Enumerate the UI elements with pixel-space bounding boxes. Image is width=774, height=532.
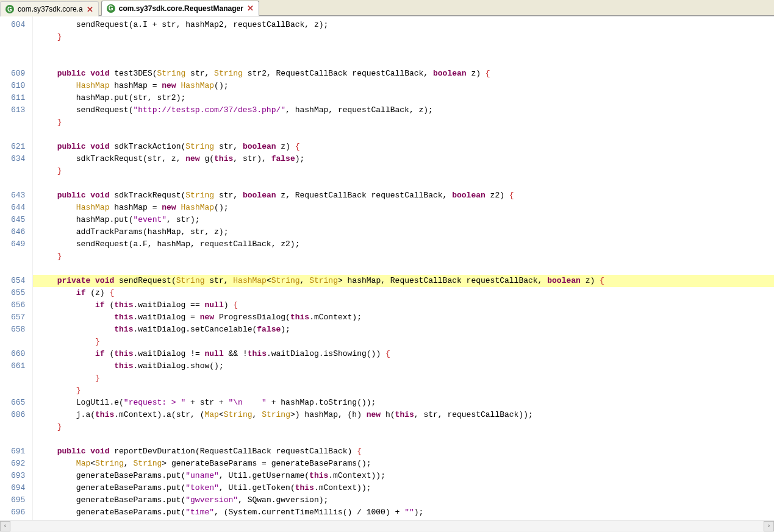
line-number [11, 31, 25, 43]
line-number: 660 [11, 348, 25, 360]
line-number [11, 43, 25, 55]
line-number: 695 [11, 494, 25, 506]
line-number: 613 [11, 104, 25, 116]
code-line[interactable]: hashMap.put(str, str2); [38, 92, 774, 104]
line-number: 656 [11, 299, 25, 311]
close-icon[interactable]: ✕ [87, 5, 93, 14]
code-line[interactable]: generateBaseParams.put("gwversion", SQwa… [38, 494, 774, 506]
code-line[interactable]: public void test3DES(String str, String … [38, 68, 774, 80]
code-line[interactable]: } [38, 372, 774, 385]
code-line[interactable]: public void reportDevDuration(RequestCal… [38, 445, 774, 458]
line-number: 649 [11, 238, 25, 250]
code-line[interactable]: public void sdkTrackRequst(String str, b… [38, 190, 774, 202]
editor-tab-1[interactable]: G com.sy37sdk.core.a ✕ [0, 1, 99, 16]
tab-label: com.sy37sdk.core.a [18, 5, 83, 13]
code-line[interactable]: if (this.waitDialog != null && !this.wai… [38, 348, 774, 360]
code-line[interactable] [38, 43, 774, 55]
code-line[interactable]: private void sendRequest(String str, Has… [33, 275, 774, 287]
code-line[interactable]: sdkTrackRequst(str, z, new g(this, str),… [38, 153, 774, 165]
code-line[interactable] [38, 129, 774, 141]
code-line[interactable]: generateBaseParams.put("token", Util.get… [38, 482, 774, 494]
code-line[interactable]: this.waitDialog.show(); [38, 360, 774, 372]
line-number: 604 [11, 19, 25, 31]
java-file-icon: G [5, 5, 14, 13]
line-number: 661 [11, 360, 25, 372]
line-number: 610 [11, 80, 25, 92]
code-line[interactable]: } [38, 165, 774, 177]
line-number: 692 [11, 458, 25, 470]
line-number: 609 [11, 68, 25, 80]
code-line[interactable]: sendRequest(a.F, hashMap, requestCallBac… [38, 238, 774, 250]
code-line[interactable]: Map<String, String> generateBaseParams =… [38, 458, 774, 470]
line-number: 697 [11, 519, 25, 520]
code-line[interactable] [38, 263, 774, 275]
code-line[interactable]: sendRequest(a.I + str, hashMap2, request… [38, 19, 774, 31]
line-number: 645 [11, 214, 25, 226]
code-line[interactable]: } [38, 116, 774, 129]
editor-tab-bar: G com.sy37sdk.core.a ✕ G com.sy37sdk.cor… [0, 0, 774, 16]
code-line[interactable]: } [38, 250, 774, 263]
code-line[interactable]: this.waitDialog = new ProgressDialog(thi… [38, 311, 774, 324]
scroll-track[interactable] [10, 521, 764, 531]
editor-tab-2[interactable]: G com.sy37sdk.core.RequestManager ✕ [101, 1, 259, 16]
code-line[interactable]: } [38, 31, 774, 43]
line-number [11, 250, 25, 263]
line-number: 621 [11, 141, 25, 153]
code-line[interactable]: LogUtil.e("request: > " + str + "\n " + … [38, 397, 774, 409]
code-line[interactable]: } [38, 385, 774, 397]
code-editor[interactable]: 6046096106116136216346436446456466496546… [0, 16, 774, 520]
code-area[interactable]: sendRequest(a.I + str, hashMap2, request… [33, 16, 774, 520]
line-number: 691 [11, 445, 25, 458]
code-line[interactable]: addTrackParams(hashMap, str, z); [38, 226, 774, 238]
line-number [11, 433, 25, 445]
line-number [11, 55, 25, 68]
line-number: 694 [11, 482, 25, 494]
scroll-right-arrow[interactable]: › [764, 521, 774, 531]
line-number: 654 [11, 275, 25, 287]
line-number-gutter: 6046096106116136216346436446456466496546… [0, 16, 33, 520]
line-number [11, 336, 25, 348]
code-line[interactable]: } [38, 421, 774, 433]
code-line[interactable]: public void sdkTrackAction(String str, b… [38, 141, 774, 153]
line-number [11, 385, 25, 397]
code-line[interactable]: } [38, 336, 774, 348]
code-line[interactable]: hashMap.put("event", str); [38, 214, 774, 226]
code-line[interactable]: this.waitDialog.setCancelable(false); [38, 324, 774, 336]
close-icon[interactable]: ✕ [247, 4, 254, 13]
code-line[interactable]: if (this.waitDialog == null) { [38, 299, 774, 311]
line-number: 611 [11, 92, 25, 104]
line-number: 643 [11, 190, 25, 202]
line-number [11, 421, 25, 433]
tab-label: com.sy37sdk.core.RequestManager [119, 4, 243, 13]
line-number [11, 165, 25, 177]
line-number: 696 [11, 506, 25, 519]
code-line[interactable] [38, 177, 774, 190]
horizontal-scrollbar[interactable]: ‹ › [0, 520, 774, 532]
code-line[interactable]: sendRequest("http://testsp.com/37/des3.p… [38, 104, 774, 116]
line-number: 657 [11, 311, 25, 324]
scroll-left-arrow[interactable]: ‹ [0, 521, 10, 531]
line-number: 644 [11, 202, 25, 214]
code-line[interactable]: generateBaseParams.put("scut", Util.getC… [38, 519, 774, 520]
java-file-icon: G [107, 4, 115, 13]
code-line[interactable]: HashMap hashMap = new HashMap(); [38, 80, 774, 92]
code-line[interactable]: if (z) { [38, 287, 774, 299]
line-number [11, 263, 25, 275]
line-number: 646 [11, 226, 25, 238]
code-line[interactable]: generateBaseParams.put("time", (System.c… [38, 506, 774, 519]
line-number: 655 [11, 287, 25, 299]
line-number [11, 116, 25, 129]
line-number: 693 [11, 470, 25, 482]
line-number: 686 [11, 409, 25, 421]
line-number [11, 372, 25, 385]
line-number: 658 [11, 324, 25, 336]
line-number: 634 [11, 153, 25, 165]
line-number [11, 129, 25, 141]
code-line[interactable] [38, 55, 774, 68]
code-line[interactable]: HashMap hashMap = new HashMap(); [38, 202, 774, 214]
code-line[interactable] [38, 433, 774, 445]
code-line[interactable]: j.a(this.mContext).a(str, (Map<String, S… [38, 409, 774, 421]
line-number [11, 177, 25, 190]
line-number: 665 [11, 397, 25, 409]
code-line[interactable]: generateBaseParams.put("uname", Util.get… [38, 470, 774, 482]
